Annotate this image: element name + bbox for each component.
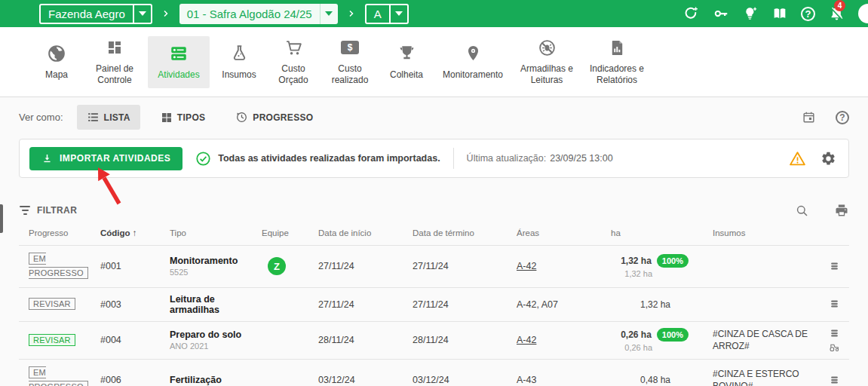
activities-list-icon xyxy=(169,43,189,64)
end-date: 28/11/24 xyxy=(413,335,517,345)
col-codigo[interactable]: Código ↑ xyxy=(100,228,170,237)
activity-code: #006 xyxy=(100,375,170,385)
notification-badge: 4 xyxy=(834,0,845,11)
activity-code: #001 xyxy=(100,261,170,271)
report-chart-icon xyxy=(609,37,626,58)
top-bar: Fazenda Aegro 01 - Safra Algodão 24/25 A… xyxy=(0,0,868,27)
cart-icon xyxy=(284,37,303,58)
table-row[interactable]: EM PROGRESSO #001 Monitoramento5525 Z 27… xyxy=(19,245,849,287)
divider xyxy=(453,148,454,169)
tab-mapa[interactable]: Mapa xyxy=(32,36,81,88)
activity-type-sub: ANO 2021 xyxy=(170,342,262,351)
help-icon[interactable]: ? xyxy=(801,7,815,21)
check-circle-icon xyxy=(195,151,211,167)
col-areas: Áreas xyxy=(517,228,611,237)
calendar-icon[interactable] xyxy=(802,110,816,124)
table-header: Progresso Código ↑ Tipo Equipe Data de i… xyxy=(19,228,849,245)
end-date: 27/11/24 xyxy=(413,299,517,310)
field-select-value: A xyxy=(367,8,389,20)
col-data-inicio: Data de início xyxy=(318,228,413,237)
sort-arrow-icon: ↑ xyxy=(133,228,137,237)
ha-value: 1,32 ha xyxy=(640,299,670,310)
farm-select[interactable]: Fazenda Aegro xyxy=(39,4,152,24)
view-mode-label: Ver como: xyxy=(19,112,63,123)
costs-icon[interactable] xyxy=(829,328,840,339)
ha-sub-value: 0,26 ha xyxy=(624,343,652,352)
filter-bar: FILTRAR xyxy=(19,203,849,218)
no-bug-icon xyxy=(538,37,557,58)
start-date: 27/11/24 xyxy=(318,261,413,271)
tab-insumos[interactable]: Insumos xyxy=(213,36,265,88)
team-avatar[interactable]: Z xyxy=(268,257,286,275)
filter-icon xyxy=(19,206,31,215)
costs-icon[interactable] xyxy=(829,261,840,272)
ha-sub-value: 1,32 ha xyxy=(624,269,652,278)
tab-painel-de-controle[interactable]: Painel de Controle xyxy=(85,30,144,93)
grid-icon xyxy=(161,112,173,124)
last-updated: Última atualização:23/09/25 13:00 xyxy=(467,153,613,164)
tab-armadilhas-e-leituras[interactable]: Armadilhas e Leituras xyxy=(514,30,579,93)
map-pin-icon xyxy=(465,43,482,64)
dashboard-icon xyxy=(106,37,124,58)
costs-icon[interactable] xyxy=(829,299,840,310)
progress-percent-badge: 100% xyxy=(657,328,689,342)
progress-clock-icon xyxy=(235,111,248,124)
view-option-tipos[interactable]: TIPOS xyxy=(151,106,216,130)
ha-value: 0,26 ha xyxy=(621,329,652,340)
area-text: A-43 xyxy=(517,375,611,385)
area-link[interactable]: A-42 xyxy=(517,261,536,271)
book-icon[interactable] xyxy=(771,5,788,22)
season-select-value: 01 - Safra Algodão 24/25 xyxy=(179,8,320,20)
add-plot-icon[interactable] xyxy=(683,5,700,22)
download-icon xyxy=(41,153,53,164)
activity-type: Fertilização xyxy=(170,375,222,385)
ha-value: 0,48 ha xyxy=(640,375,670,385)
status-badge: EM PROGRESSO xyxy=(29,366,77,386)
key-icon[interactable] xyxy=(713,5,729,22)
costs-icon[interactable] xyxy=(829,375,840,386)
activities-table: Progresso Código ↑ Tipo Equipe Data de i… xyxy=(19,228,849,386)
tab-colheita[interactable]: Colheita xyxy=(382,36,431,88)
print-icon[interactable] xyxy=(834,203,849,218)
side-handle[interactable] xyxy=(0,204,3,233)
notifications-icon[interactable]: 4 xyxy=(828,5,845,23)
lightbulb-plus-icon[interactable] xyxy=(742,5,759,22)
area-link[interactable]: A-42 xyxy=(517,335,536,345)
view-option-progresso[interactable]: PROGRESSO xyxy=(225,105,323,130)
user-avatar[interactable] xyxy=(858,4,868,23)
area-text: A-42, A07 xyxy=(517,299,611,310)
tab-monitoramento[interactable]: Monitoramento xyxy=(435,36,511,88)
warning-icon[interactable] xyxy=(789,150,806,167)
col-equipe: Equipe xyxy=(262,228,318,237)
help-icon[interactable]: ? xyxy=(836,111,849,124)
table-row[interactable]: REVISAR #003 Leitura de armadilhas 27/11… xyxy=(19,287,849,321)
view-option-lista[interactable]: LISTA xyxy=(77,105,140,130)
field-select[interactable]: A xyxy=(365,4,409,24)
tractor-icon[interactable] xyxy=(829,342,840,353)
activity-type: Monitoramento xyxy=(170,256,238,266)
insumos-value: #CINZA E ESTERCO BOVINO# xyxy=(713,368,819,386)
chevron-down-icon[interactable] xyxy=(133,5,151,23)
season-select[interactable]: 01 - Safra Algodão 24/25 xyxy=(179,4,338,24)
table-row[interactable]: EM PROGRESSO #006 Fertilização 03/12/24 … xyxy=(19,359,849,386)
chevron-down-icon[interactable] xyxy=(389,5,407,23)
globe-icon xyxy=(47,43,66,64)
ha-value: 1,32 ha xyxy=(621,256,652,266)
start-date: 03/12/24 xyxy=(318,375,413,385)
tab-custo-orcado[interactable]: Custo Orçado xyxy=(268,30,318,93)
insumos-value: #CINZA DE CASCA DE ARROZ# xyxy=(713,328,819,354)
flask-icon xyxy=(230,43,249,64)
filter-button[interactable]: FILTRAR xyxy=(19,205,77,216)
search-icon[interactable] xyxy=(795,204,809,218)
import-activities-button[interactable]: IMPORTAR ATIVIDADES xyxy=(29,147,182,170)
gear-icon[interactable] xyxy=(820,151,836,167)
money-icon: $ xyxy=(341,37,359,58)
col-ha: ha xyxy=(611,228,713,237)
tab-custo-realizado[interactable]: $ Custo realizado xyxy=(322,30,378,93)
tab-indicadores-e-relatorios[interactable]: Indicadores e Relatórios xyxy=(583,30,651,93)
tab-atividades[interactable]: Atividades xyxy=(148,36,210,88)
chevron-down-icon[interactable] xyxy=(320,4,338,24)
status-badge: REVISAR xyxy=(29,297,77,311)
table-row[interactable]: REVISAR #004 Preparo do soloANO 2021 28/… xyxy=(19,321,849,360)
activity-type: Preparo do solo xyxy=(170,329,241,340)
